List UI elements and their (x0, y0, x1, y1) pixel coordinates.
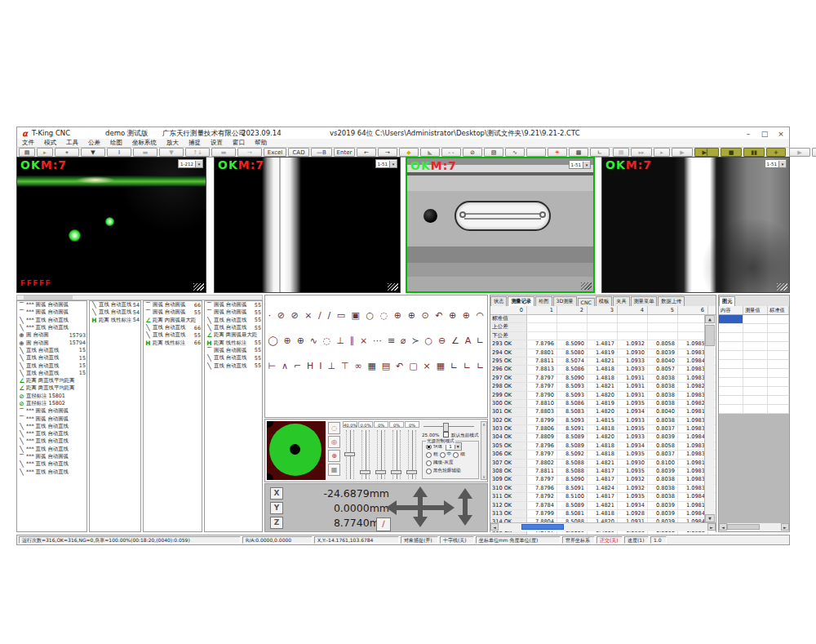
toolbar-minus-button[interactable]: - - (441, 148, 461, 157)
measurement-row[interactable]: 310 OK7.87968.50911.48241.09320.80381.09… (490, 485, 716, 493)
feature-item[interactable]: ╲直线 自动直线55 (205, 354, 262, 362)
measurement-row[interactable]: 300 OK7.88108.50861.48191.09350.80381.09… (490, 400, 716, 408)
tab-状态[interactable]: 状态 (490, 296, 507, 306)
toolbar-play-button[interactable]: ▶ (672, 148, 693, 157)
radio-fine[interactable] (453, 452, 459, 458)
toolbar-tool-a-button[interactable]: ▬ (133, 148, 157, 157)
measure-tool-icon[interactable]: ∕ (327, 310, 330, 321)
measure-tool-icon[interactable]: ⊥ (327, 361, 335, 371)
measure-tool-icon[interactable]: ∧ (282, 361, 288, 371)
measurement-row[interactable]: 298 OK7.87978.50931.48211.09310.80381.09… (490, 383, 716, 391)
camera-view-2[interactable]: OKM:7 1-51▾ (214, 157, 401, 293)
feature-item[interactable]: ╲直线 自动直线15 (17, 370, 86, 377)
measure-tool-icon[interactable]: ▤ (382, 361, 390, 371)
feature-item[interactable]: ⊕圆 自动圆15794 (17, 339, 86, 346)
light-slider-4[interactable]: 0% (389, 421, 404, 481)
tab-测量记录[interactable]: 测量记录 (508, 296, 534, 306)
toolbar-save-button[interactable]: ▤ (19, 148, 35, 157)
toolbar-enter-button[interactable]: Enter (334, 148, 355, 157)
feature-item[interactable]: ∠距离 两直线平均距离 (17, 377, 86, 384)
feature-item[interactable]: ⊘直径标注 15802 (17, 400, 86, 407)
measure-tool-icon[interactable]: × (424, 361, 431, 371)
feature-item[interactable]: ⊘直径标注 15801 (17, 393, 86, 400)
measure-tool-icon[interactable]: ◠ (476, 310, 484, 321)
menu-item-模式[interactable]: 模式 (39, 139, 61, 147)
light-mode-coax-icon[interactable]: ◎ (328, 436, 340, 448)
slider-thumb[interactable] (406, 470, 417, 474)
toolbar-excel-button[interactable]: Excel (264, 148, 286, 157)
measurement-row[interactable]: 295 OK7.88118.50741.48211.09330.80401.09… (490, 358, 716, 366)
toolbar-pattern-b-button[interactable]: ▩ (569, 148, 588, 157)
feature-item[interactable]: H距离 线性标注66 (144, 339, 202, 346)
measure-tool-icon[interactable]: ⌀ (401, 335, 406, 346)
feature-item[interactable]: ╲直线 自动直线54 (90, 301, 140, 309)
measure-tool-icon[interactable]: ▭ (337, 310, 345, 321)
axis-y-icon[interactable]: Y (270, 502, 283, 514)
vscroll-thumb[interactable] (705, 325, 715, 346)
measurement-row[interactable]: 307 OK7.88028.50881.48211.09300.81001.09… (490, 460, 716, 468)
toolbar-cad-button[interactable]: CAD (288, 148, 309, 157)
measurement-row[interactable]: 306 OK7.87978.50921.48181.09350.80371.09… (490, 451, 716, 459)
camera-view-3[interactable]: OKM:7 1-51▾ (406, 157, 595, 293)
camera4-resize-grip[interactable] (777, 283, 787, 291)
measure-tool-icon[interactable]: ∟ (450, 361, 458, 371)
feature-item[interactable]: ⌒*** 圆弧 自动圆弧 (17, 407, 86, 415)
measurement-row[interactable]: 309 OK7.87978.50901.48171.09320.80381.09… (490, 476, 716, 484)
toolbar-edge-tool-button[interactable]: I (107, 148, 131, 157)
light-slider-3[interactable]: 0% (374, 421, 388, 481)
toolbar-run-to-end-button[interactable]: ▶▏ (694, 148, 719, 157)
toolbar-image-button[interactable]: ◣ (420, 148, 440, 157)
axis-z-icon[interactable]: Z (270, 517, 283, 529)
toolbar-tool-b-button[interactable]: ▼ (159, 148, 184, 157)
measure-tool-icon[interactable]: ⊥ (336, 335, 344, 346)
measurement-row[interactable]: 296 OK7.88138.50861.48181.09330.80571.09… (490, 366, 716, 374)
jog-z-arrow[interactable] (458, 488, 472, 526)
measure-tool-icon[interactable]: ○ (366, 310, 375, 321)
light-slider-5[interactable]: 0% (405, 421, 419, 481)
measurement-row[interactable]: 312 OK7.87848.50891.48211.09340.80391.09… (490, 502, 716, 510)
measurement-row[interactable]: 301 OK7.88038.50831.48201.09340.80401.09… (490, 408, 716, 416)
scroll-left-icon[interactable]: ◄ (719, 523, 727, 531)
tolerance-row[interactable]: 下公差 (490, 332, 716, 340)
radio-medium[interactable] (440, 452, 446, 458)
toolbar-report-button[interactable]: —B (311, 148, 332, 157)
element-row[interactable] (719, 387, 789, 396)
maximize-button[interactable]: □ (758, 129, 771, 139)
radio-outline[interactable] (426, 469, 432, 474)
measure-tool-icon[interactable]: ⊕ (408, 310, 415, 321)
menu-item-帮助[interactable]: 帮助 (250, 139, 272, 147)
measure-tool-icon[interactable]: · (268, 310, 272, 321)
feature-item[interactable]: ╲*** 直线 自动直线 (17, 430, 86, 437)
measure-tool-icon[interactable]: ∟ (477, 335, 484, 346)
measure-tool-icon[interactable]: ▦ (367, 361, 375, 371)
measure-tool-icon[interactable]: ⌐ (294, 361, 301, 371)
feature-item[interactable]: H距离 线性标注55 (205, 339, 262, 346)
feature-item[interactable]: ∠距离 内圆弧最大距 (144, 317, 202, 324)
menu-item-设置[interactable]: 设置 (206, 139, 228, 147)
feature-item[interactable]: ╲直线 自动直线55 (205, 362, 262, 369)
measurement-row[interactable]: 304 OK7.88098.50891.48201.09330.80391.09… (490, 433, 716, 442)
feature-item[interactable]: ╲*** 直线 自动直线 (17, 460, 86, 468)
camera4-zoom-select[interactable]: 1-51▾ (765, 159, 787, 168)
feature-item[interactable]: ╲*** 直线 自动直线 (17, 437, 86, 445)
element-row[interactable] (719, 405, 789, 414)
measure-tool-icon[interactable]: ↶ (396, 361, 403, 371)
measure-tool-icon[interactable]: ▣ (352, 310, 360, 321)
measure-tool-icon[interactable]: ▦ (437, 361, 445, 371)
measure-tool-icon[interactable]: A (465, 335, 472, 346)
feature-item[interactable]: ╲*** 直线 自动直线 (17, 324, 86, 331)
camera3-resize-grip[interactable] (581, 282, 592, 290)
measure-tool-icon[interactable]: ⊕ (463, 310, 470, 321)
measurement-row[interactable]: 308 OK7.88118.50881.48171.09350.80391.09… (490, 468, 716, 476)
element-row[interactable] (719, 369, 789, 378)
feature-item[interactable]: ⌒圆弧 自动圆弧55 (205, 347, 262, 354)
measure-tool-icon[interactable]: ◯ (268, 335, 277, 346)
measure-tool-icon[interactable]: ⊕ (394, 310, 401, 321)
feature-item[interactable]: ╲直线 自动直线55 (205, 324, 262, 331)
tolerance-row[interactable]: 上公差 (490, 323, 716, 331)
toolbar-prev-button[interactable]: ← (357, 148, 376, 157)
measurement-row[interactable]: 294 OK7.88018.50801.48191.09300.80391.09… (490, 349, 716, 358)
tab-数据上传[interactable]: 数据上传 (658, 296, 685, 306)
menu-item-公差[interactable]: 公差 (83, 139, 105, 147)
camera2-zoom-select[interactable]: 1-51▾ (375, 159, 397, 168)
